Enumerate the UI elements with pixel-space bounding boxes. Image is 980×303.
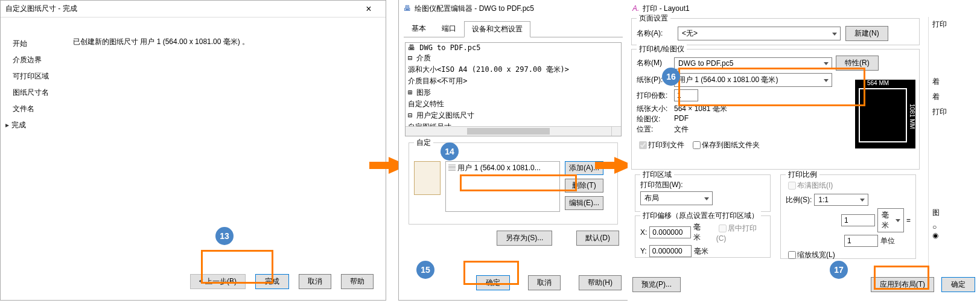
location-value: 文件 — [674, 124, 689, 135]
location-label: 位置: — [637, 124, 670, 135]
back-button[interactable]: < 上一步(B) — [190, 274, 246, 289]
finish-message: 已创建新的图纸尺寸 用户 1 (564.00 x 1081.00 毫米) 。 — [73, 37, 249, 47]
horizontal-scrollbar[interactable] — [406, 126, 611, 136]
paper-dimensions-label: 纸张大小: — [637, 104, 670, 114]
group-legend: 自定 — [414, 138, 433, 148]
plotter-config-editor: 🖶 绘图仪配置编辑器 - DWG to PDF.pc5 基本 端口 设备和文档设… — [398, 0, 628, 301]
plotter-label: 绘图仪: — [637, 114, 670, 124]
tree-item[interactable]: 源和大小<ISO A4 (210.00 x 297.00 毫米)> — [406, 64, 621, 75]
scale-denominator-input[interactable]: 1 — [844, 235, 878, 247]
wizard-step-printable-area[interactable]: 可打印区域 — [13, 68, 49, 85]
tab-strip: 基本 端口 设备和文档设置 — [404, 22, 623, 37]
printer-name-label: 名称(M) — [637, 58, 670, 68]
tree-item[interactable]: 介质目标<不可用> — [406, 75, 621, 87]
copies-input[interactable]: 1 — [674, 89, 698, 101]
help-button[interactable]: 帮助 — [341, 274, 374, 289]
printer-name-select[interactable]: DWG to PDF.pc5 — [674, 57, 832, 69]
offset-x-input[interactable]: 0.000000 — [649, 226, 690, 238]
unit-mm: 毫米 — [694, 246, 708, 257]
scale-ratio-label: 比例(S): — [786, 195, 812, 205]
custom-paper-size-wizard: 自定义图纸尺寸 - 完成 × 开始 介质边界 可打印区域 图纸尺寸名 文件名 完… — [0, 0, 386, 301]
drawing-units-label: 单位 — [880, 236, 911, 246]
wizard-step-filename[interactable]: 文件名 — [13, 101, 49, 117]
wizard-step-media-bounds[interactable]: 介质边界 — [13, 52, 49, 68]
right-panel-title: 打印 — [932, 19, 980, 30]
center-plot-checkbox[interactable]: 居中打印(C) — [716, 223, 765, 243]
wizard-step-start[interactable]: 开始 — [13, 36, 49, 52]
scale-unit-select[interactable]: 毫米 — [877, 208, 904, 232]
plot-range-select[interactable]: 布局 — [640, 191, 713, 205]
group-legend: 打印机/绘图仪 — [637, 44, 687, 54]
tab-device-document[interactable]: 设备和文档设置 — [464, 21, 530, 37]
unit-mm: 毫米 — [693, 222, 707, 243]
tree-item[interactable]: ⊟ 介质 — [406, 53, 621, 64]
tree-item[interactable]: 自定义特性 — [406, 98, 621, 110]
tree-item[interactable]: ⊞ 图形 — [406, 87, 621, 98]
defaults-button[interactable]: 默认(D) — [576, 231, 619, 246]
preview-button[interactable]: 预览(P)... — [632, 277, 681, 292]
config-tree[interactable]: 🖶 DWG to PDF.pc5 ⊟ 介质 源和大小<ISO A4 (210.0… — [405, 42, 622, 136]
cancel-button[interactable]: 取消 — [528, 275, 561, 290]
new-page-setup-button[interactable]: 新建(N) — [845, 26, 888, 41]
tree-item[interactable]: 🖶 DWG to PDF.pc5 — [406, 43, 621, 53]
paper-preview: 564 MM 1081 MM — [855, 80, 915, 148]
right-option[interactable]: 着 — [932, 77, 980, 87]
plotter-value: PDF — [674, 114, 689, 124]
right-option[interactable]: 着 — [932, 92, 980, 102]
preview-height-label: 1081 MM — [909, 104, 915, 129]
help-button[interactable]: 帮助(H) — [579, 275, 622, 290]
group-legend: 页面设置 — [637, 13, 670, 24]
copies-label: 打印份数: — [637, 91, 670, 101]
list-item-label: 用户 1 (564.00 x 1081.0... — [457, 164, 540, 172]
tab-basic[interactable]: 基本 — [404, 21, 434, 37]
edit-button[interactable]: 编辑(E)... — [565, 196, 603, 210]
ok-button[interactable]: 确定 — [476, 275, 510, 290]
scale-numerator-input[interactable]: 1 — [841, 214, 875, 226]
wizard-step-paper-size-name[interactable]: 图纸尺寸名 — [13, 85, 49, 101]
plot-offset-group: 打印偏移（原点设置在可打印区域） X: 0.000000 毫米 居中打印(C) … — [635, 215, 771, 258]
plot-scale-group: 打印比例 布满图纸(I) 比例(S): 1:1 1 毫米 = 1 单位 缩放线宽… — [780, 174, 916, 259]
window-title: 自定义图纸尺寸 - 完成 — [5, 4, 357, 14]
right-option[interactable]: 图 — [932, 208, 980, 218]
group-legend: 打印区域 — [640, 170, 674, 180]
group-legend: 打印比例 — [786, 170, 819, 180]
right-options-panel: 打印 着 着 打印 图 ○ ◉ — [928, 17, 980, 276]
radio-option[interactable]: ○ — [932, 223, 980, 231]
printer-properties-button[interactable]: 特性(R) — [836, 56, 879, 71]
delete-button[interactable]: 删除(T) — [565, 179, 603, 193]
ok-button[interactable]: 确定 — [941, 277, 975, 292]
print-dialog: A. 打印 - Layout1 页面设置 名称(A): <无> 新建(N) 打印… — [628, 0, 980, 301]
custom-sizes-list[interactable]: ▤ 用户 1 (564.00 x 1081.0... — [445, 161, 560, 212]
offset-x-label: X: — [640, 228, 647, 237]
app-icon: A. — [632, 4, 639, 13]
paper-label: 纸张(P): — [637, 75, 670, 85]
save-to-sheets-checkbox[interactable]: 保存到图纸文件夹 — [690, 139, 760, 151]
paper-size-select[interactable]: 用户 1 (564.00 x 1081.00 毫米) — [674, 73, 832, 87]
tab-port[interactable]: 端口 — [434, 21, 464, 37]
wizard-steps: 开始 介质边界 可打印区域 图纸尺寸名 文件名 完成 — [13, 36, 49, 133]
offset-y-label: Y: — [640, 247, 647, 255]
preview-width-label: 564 MM — [867, 80, 889, 86]
list-item[interactable]: ▤ 用户 1 (564.00 x 1081.0... — [446, 162, 559, 174]
close-icon[interactable]: × — [357, 2, 381, 16]
radio-option[interactable]: ◉ — [932, 231, 980, 240]
print-to-file-checkbox[interactable]: 打印到文件 — [637, 139, 684, 151]
finish-button[interactable]: 完成 — [255, 274, 289, 289]
apply-to-layout-button[interactable]: 应用到布局(T) — [871, 277, 934, 292]
fit-to-paper-checkbox[interactable]: 布满图纸(I) — [786, 180, 911, 191]
wizard-step-finish[interactable]: 完成 — [13, 117, 49, 133]
window-title: 打印 - Layout1 — [643, 4, 975, 14]
save-as-button[interactable]: 另存为(S)... — [497, 231, 552, 246]
scale-ratio-select[interactable]: 1:1 — [814, 194, 868, 206]
scale-lineweights-checkbox[interactable]: 缩放线宽(L) — [786, 249, 911, 261]
right-option[interactable]: 打印 — [932, 107, 980, 117]
printer-plotter-group: 打印机/绘图仪 名称(M) DWG to PDF.pc5 特性(R) 纸张(P)… — [631, 49, 920, 170]
tree-item[interactable]: ⊟ 用户定义图纸尺寸 — [406, 110, 621, 121]
offset-y-input[interactable]: 0.000000 — [649, 245, 692, 257]
page-setup-name-select[interactable]: <无> — [678, 27, 841, 40]
custom-paper-sizes-group: 自定 ▤ 用户 1 (564.00 x 1081.0... 添加(A)... 删… — [409, 142, 618, 225]
scroll-corner — [611, 126, 621, 136]
cancel-button[interactable]: 取消 — [299, 274, 331, 289]
printer-icon: 🖶 — [404, 4, 411, 13]
window-title: 绘图仪配置编辑器 - DWG to PDF.pc5 — [415, 4, 623, 14]
